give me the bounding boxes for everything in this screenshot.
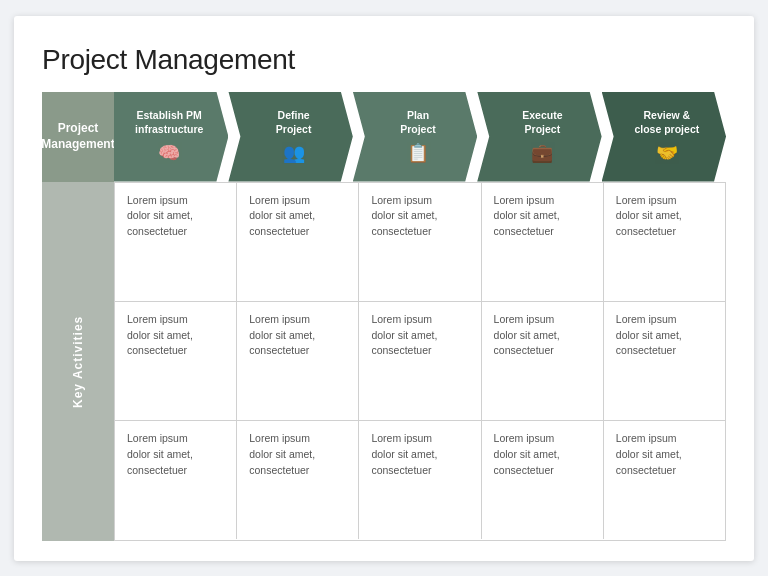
phase-plan: PlanProject 📋	[353, 92, 477, 182]
grid-row-3: Lorem ipsumdolor sit amet,consectetuer L…	[115, 420, 725, 539]
phase-review-label: Review &close project	[634, 109, 699, 136]
cell-1-3: Lorem ipsumdolor sit amet,consectetuer	[359, 183, 481, 301]
phase-review: Review &close project 🤝	[602, 92, 726, 182]
grid-row-2: Lorem ipsumdolor sit amet,consectetuer L…	[115, 301, 725, 420]
phase-arrows: Establish PMinfrastructure 🧠 DefineProje…	[114, 92, 726, 182]
page-title: Project Management	[42, 44, 726, 76]
cell-1-4: Lorem ipsumdolor sit amet,consectetuer	[482, 183, 604, 301]
main-content: Establish PMinfrastructure 🧠 DefineProje…	[114, 92, 726, 541]
cell-1-5: Lorem ipsumdolor sit amet,consectetuer	[604, 183, 725, 301]
label-key-activities: Key Activities	[42, 182, 114, 541]
phase-establish: Establish PMinfrastructure 🧠	[114, 92, 228, 182]
cell-1-1: Lorem ipsumdolor sit amet,consectetuer	[115, 183, 237, 301]
cell-2-3: Lorem ipsumdolor sit amet,consectetuer	[359, 302, 481, 420]
grid-row-1: Lorem ipsumdolor sit amet,consectetuer L…	[115, 182, 725, 301]
activities-grid: Lorem ipsumdolor sit amet,consectetuer L…	[114, 182, 726, 541]
left-labels: ProjectManagement Key Activities	[42, 92, 114, 541]
cell-3-1: Lorem ipsumdolor sit amet,consectetuer	[115, 421, 237, 539]
phase-execute-label: ExecuteProject	[522, 109, 562, 136]
phase-establish-label: Establish PMinfrastructure	[135, 109, 203, 136]
cell-2-2: Lorem ipsumdolor sit amet,consectetuer	[237, 302, 359, 420]
slide: Project Management ProjectManagement Key…	[14, 16, 754, 561]
cell-3-5: Lorem ipsumdolor sit amet,consectetuer	[604, 421, 725, 539]
phase-plan-label: PlanProject	[400, 109, 436, 136]
phase-plan-icon: 📋	[407, 142, 429, 164]
cell-2-5: Lorem ipsumdolor sit amet,consectetuer	[604, 302, 725, 420]
cell-1-2: Lorem ipsumdolor sit amet,consectetuer	[237, 183, 359, 301]
cell-2-1: Lorem ipsumdolor sit amet,consectetuer	[115, 302, 237, 420]
phase-define: DefineProject 👥	[228, 92, 352, 182]
label-project-management: ProjectManagement	[42, 92, 114, 182]
phase-define-icon: 👥	[283, 142, 305, 164]
phase-review-icon: 🤝	[656, 142, 678, 164]
cell-3-3: Lorem ipsumdolor sit amet,consectetuer	[359, 421, 481, 539]
phase-execute-icon: 💼	[531, 142, 553, 164]
cell-2-4: Lorem ipsumdolor sit amet,consectetuer	[482, 302, 604, 420]
content-area: ProjectManagement Key Activities Establi…	[42, 92, 726, 541]
cell-3-2: Lorem ipsumdolor sit amet,consectetuer	[237, 421, 359, 539]
cell-3-4: Lorem ipsumdolor sit amet,consectetuer	[482, 421, 604, 539]
phase-define-label: DefineProject	[276, 109, 312, 136]
phase-execute: ExecuteProject 💼	[477, 92, 601, 182]
phase-establish-icon: 🧠	[158, 142, 180, 164]
